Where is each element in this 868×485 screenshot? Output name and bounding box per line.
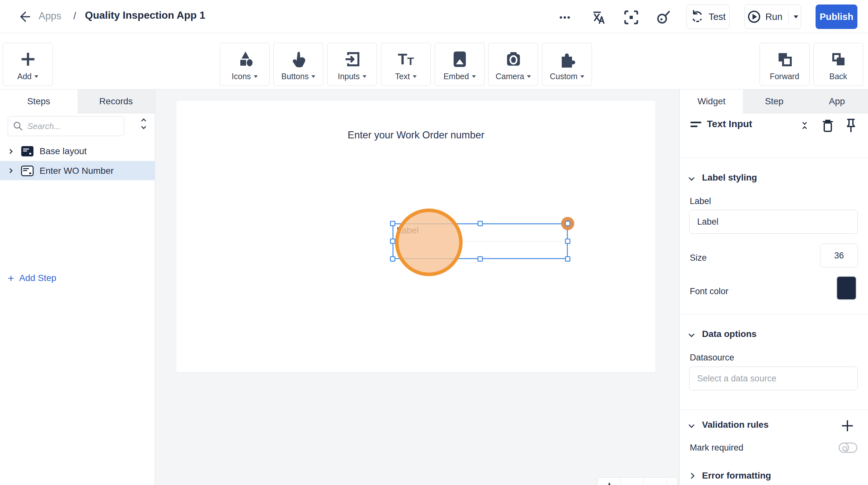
publish-button[interactable]: Publish: [815, 4, 857, 29]
scan-qr-button[interactable]: [623, 9, 640, 26]
breadcrumb-apps[interactable]: Apps: [39, 10, 61, 22]
tree-item-enter-wo-number[interactable]: Enter WO Number: [0, 161, 155, 180]
input-box-arrow-icon: [328, 49, 377, 69]
resize-handle-se[interactable]: [565, 256, 570, 262]
font-color-swatch[interactable]: [836, 276, 857, 300]
steps-sidebar: Steps Records Base layout: [0, 89, 155, 485]
test-refresh-icon: [690, 10, 704, 24]
add-step-label: Add Step: [19, 273, 56, 283]
debug-button[interactable]: [656, 9, 672, 26]
tab-step[interactable]: Step: [743, 89, 806, 113]
image-icon: [435, 49, 484, 69]
tab-records[interactable]: Records: [78, 89, 155, 113]
test-button[interactable]: Test: [687, 4, 730, 29]
canvas-zoom-controls[interactable]: [597, 477, 678, 485]
section-title: Error formatting: [702, 471, 771, 481]
forward-button[interactable]: Forward: [760, 43, 809, 86]
resize-handle-n[interactable]: [477, 221, 483, 226]
toolbar-group-text[interactable]: TT Text: [381, 43, 431, 86]
more-options-button[interactable]: •••: [557, 9, 574, 26]
text-Tt-icon: TT: [381, 49, 430, 69]
resize-handle-nw[interactable]: [390, 221, 395, 226]
tree-item-base-layout[interactable]: Base layout: [0, 142, 155, 161]
toolbar-group-custom[interactable]: Custom: [542, 43, 592, 86]
tab-app[interactable]: App: [806, 89, 868, 113]
search-icon: [13, 121, 23, 131]
canvas-workspace: Enter your Work Order number: [155, 89, 679, 485]
text-input-type-icon: [690, 122, 702, 129]
search-input[interactable]: [27, 121, 119, 131]
tab-steps[interactable]: Steps: [0, 89, 78, 113]
resize-handle-w[interactable]: [390, 239, 395, 244]
plus-icon: [3, 49, 53, 69]
plus-icon: +: [8, 273, 14, 283]
section-label-styling[interactable]: Label styling: [689, 173, 757, 183]
label-field-label: Label: [690, 196, 711, 206]
section-validation-rules[interactable]: Validation rules: [689, 420, 769, 430]
expand-chevron-icon[interactable]: [8, 168, 13, 174]
chevron-up-icon: [141, 118, 146, 124]
toolbar-group-inputs[interactable]: Inputs: [327, 43, 377, 86]
resize-handle-ne[interactable]: [565, 221, 570, 226]
run-play-icon: [747, 10, 761, 24]
translate-button[interactable]: [590, 9, 607, 26]
pointer-icon: [607, 482, 612, 485]
add-validation-rule-button[interactable]: [842, 420, 853, 431]
run-dropdown-caret-icon[interactable]: [794, 16, 798, 18]
step-search[interactable]: [8, 116, 124, 136]
step-outline-icon: [20, 165, 35, 176]
inspector-tabs: Widget Step App: [680, 89, 868, 113]
step-sort-control[interactable]: [138, 119, 149, 134]
resize-handle-s[interactable]: [477, 256, 483, 262]
delete-widget-button[interactable]: [821, 118, 835, 132]
back-button-label: Back: [829, 72, 847, 81]
toolbar-group-buttons[interactable]: Buttons: [274, 43, 323, 86]
divider: [680, 158, 868, 158]
section-title: Data options: [702, 329, 757, 339]
step-heading-text-widget[interactable]: Enter your Work Order number: [176, 129, 656, 141]
widget-header: Text Input: [680, 113, 868, 158]
click-indicator-circle: [395, 209, 463, 276]
mark-required-toggle[interactable]: [839, 443, 857, 453]
pointer-hand-icon: [274, 49, 323, 69]
toolbar-group-embed[interactable]: Embed: [435, 43, 485, 86]
resize-handle-e[interactable]: [565, 239, 570, 244]
expand-chevron-icon[interactable]: [8, 149, 13, 154]
zoom-control-segment[interactable]: [621, 478, 644, 485]
inspector-panel: Widget Step App Text Input: [679, 89, 868, 485]
buttons-group-label: Buttons: [281, 72, 309, 81]
zoom-control-segment[interactable]: [598, 478, 621, 485]
datasource-input[interactable]: [689, 367, 858, 390]
inputs-group-label: Inputs: [338, 72, 360, 81]
toolbar-group-icons[interactable]: Icons: [220, 43, 270, 86]
step-layout-icon: [20, 146, 35, 157]
app-editor: Apps / Quality Inspection App 1 •••: [0, 0, 868, 485]
collapse-panel-button[interactable]: [798, 118, 812, 132]
section-error-formatting[interactable]: Error formatting: [689, 471, 771, 481]
chevron-down-icon: [688, 331, 694, 337]
size-field-input[interactable]: [820, 244, 858, 268]
add-step-button[interactable]: + Add Step: [8, 269, 56, 287]
translate-icon: [591, 10, 606, 25]
sidebar-tabs: Steps Records: [0, 89, 155, 113]
font-color-label: Font color: [690, 286, 728, 296]
tab-widget[interactable]: Widget: [680, 89, 743, 113]
back-arrow-icon[interactable]: [17, 10, 31, 24]
pin-widget-button[interactable]: [844, 118, 858, 132]
mark-required-label: Mark required: [690, 443, 743, 453]
zoom-control-segment[interactable]: [666, 478, 677, 485]
datasource-label: Datasource: [690, 353, 734, 363]
section-data-options[interactable]: Data options: [689, 329, 757, 339]
trash-icon: [822, 118, 834, 132]
toolbar-group-camera[interactable]: Camera: [488, 43, 538, 86]
back-button[interactable]: Back: [813, 43, 863, 86]
run-button[interactable]: Run: [744, 4, 801, 29]
zoom-control-segment[interactable]: [644, 478, 666, 485]
chevron-down-icon: [141, 124, 146, 129]
label-field-input[interactable]: [689, 210, 858, 234]
resize-handle-sw[interactable]: [390, 256, 395, 262]
text-group-label: Text: [395, 72, 410, 81]
section-title: Label styling: [702, 173, 757, 183]
add-button[interactable]: Add: [3, 43, 53, 86]
pin-icon: [844, 118, 857, 133]
